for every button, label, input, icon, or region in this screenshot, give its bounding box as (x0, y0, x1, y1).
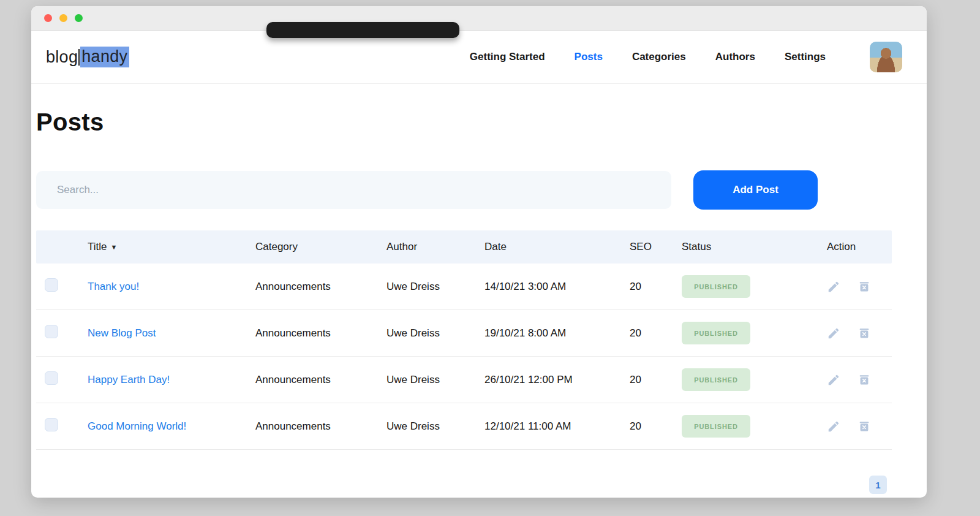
pagination: 1 (36, 450, 892, 494)
delete-icon[interactable] (858, 280, 871, 294)
post-title-link[interactable]: Happy Earth Day! (88, 374, 170, 385)
status-badge: PUBLISHED (682, 322, 750, 344)
logo-text-first: blog (46, 48, 78, 67)
nav-settings[interactable]: Settings (785, 51, 826, 63)
post-seo-score: 20 (630, 420, 682, 433)
header-status: Status (682, 241, 827, 253)
bloghandy-logo: blog handy (46, 47, 129, 67)
post-category: Announcements (255, 374, 386, 386)
header-title[interactable]: Title▼ (88, 241, 255, 253)
table-row: Thank you! Announcements Uwe Dreiss 14/1… (36, 264, 892, 310)
edit-icon[interactable] (827, 280, 840, 294)
delete-icon[interactable] (858, 327, 871, 340)
row-checkbox[interactable] (45, 278, 58, 292)
minimize-window-button[interactable] (59, 14, 67, 22)
table-row: Good Morning World! Announcements Uwe Dr… (36, 403, 892, 450)
post-date: 14/10/21 3:00 AM (484, 281, 630, 293)
search-row: Add Post (36, 170, 927, 210)
post-author: Uwe Dreiss (386, 374, 484, 386)
main-nav: Getting Started Posts Categories Authors… (470, 51, 826, 63)
post-date: 12/10/21 11:00 AM (484, 420, 630, 433)
row-checkbox[interactable] (45, 418, 58, 431)
post-seo-score: 20 (630, 281, 682, 293)
header-seo: SEO (630, 241, 682, 253)
status-badge: PUBLISHED (682, 275, 750, 298)
status-badge: PUBLISHED (682, 415, 750, 438)
header-category: Category (255, 241, 386, 253)
post-date: 26/10/21 12:00 PM (484, 374, 630, 386)
page-title: Posts (36, 108, 927, 136)
header-date[interactable]: Date (484, 241, 630, 253)
post-title-link[interactable]: Thank you! (88, 281, 139, 292)
page-content: Posts Add Post Title▼ Category Author Da… (31, 108, 927, 494)
post-category: Announcements (255, 327, 386, 340)
post-seo-score: 20 (630, 374, 682, 386)
zoom-window-button[interactable] (75, 14, 83, 22)
add-post-button[interactable]: Add Post (693, 170, 818, 210)
delete-icon[interactable] (858, 373, 871, 387)
posts-table: Title▼ Category Author Date SEO Status A… (36, 230, 892, 450)
table-row: Happy Earth Day! Announcements Uwe Dreis… (36, 357, 892, 403)
table-header-row: Title▼ Category Author Date SEO Status A… (36, 230, 892, 264)
edit-icon[interactable] (827, 420, 840, 433)
edit-icon[interactable] (827, 373, 840, 387)
window-titlebar (31, 6, 927, 31)
post-title-link[interactable]: New Blog Post (88, 327, 156, 339)
row-checkbox[interactable] (45, 371, 58, 385)
status-badge: PUBLISHED (682, 368, 750, 391)
nav-categories[interactable]: Categories (632, 51, 686, 63)
post-author: Uwe Dreiss (386, 281, 484, 293)
post-author: Uwe Dreiss (386, 327, 484, 340)
sort-caret-icon: ▼ (111, 243, 118, 251)
logo-text-second: handy (80, 47, 129, 67)
post-author: Uwe Dreiss (386, 420, 484, 433)
search-input[interactable] (36, 171, 671, 209)
row-checkbox[interactable] (45, 325, 58, 338)
post-seo-score: 20 (630, 327, 682, 340)
user-avatar[interactable] (870, 42, 902, 72)
nav-posts[interactable]: Posts (575, 51, 603, 63)
dark-overlay-tab (266, 22, 459, 38)
table-row: New Blog Post Announcements Uwe Dreiss 1… (36, 310, 892, 357)
close-window-button[interactable] (44, 14, 52, 22)
delete-icon[interactable] (858, 420, 871, 433)
page-number-button[interactable]: 1 (869, 476, 887, 494)
browser-window: blog handy Getting Started Posts Categor… (31, 6, 927, 498)
nav-authors[interactable]: Authors (715, 51, 755, 63)
post-category: Announcements (255, 281, 386, 293)
post-category: Announcements (255, 420, 386, 433)
text-cursor (78, 49, 80, 66)
edit-icon[interactable] (827, 327, 840, 340)
post-date: 19/10/21 8:00 AM (484, 327, 630, 340)
app-header: blog handy Getting Started Posts Categor… (31, 31, 927, 84)
header-action: Action (827, 241, 892, 253)
nav-getting-started[interactable]: Getting Started (470, 51, 545, 63)
post-title-link[interactable]: Good Morning World! (88, 420, 186, 432)
header-author: Author (386, 241, 484, 253)
